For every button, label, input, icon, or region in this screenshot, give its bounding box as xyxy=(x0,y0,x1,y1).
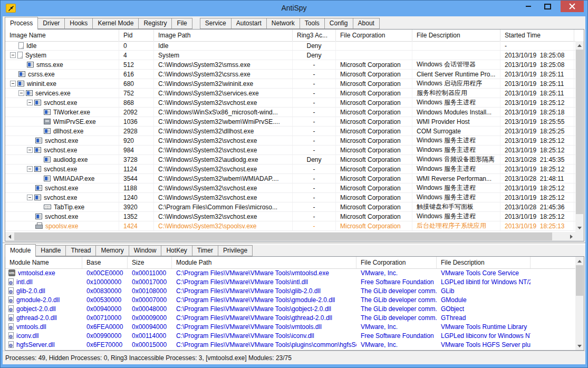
module-row[interactable]: intl.dll0x100000000x00017000C:\Program F… xyxy=(5,277,575,286)
module-row[interactable]: iconv.dll0x009900000x00114000C:\Program … xyxy=(5,331,575,340)
tab-driver[interactable]: Driver xyxy=(38,18,65,29)
scroll-right-arrow[interactable] xyxy=(567,232,575,241)
close-button[interactable] xyxy=(561,1,584,12)
tree-collapse-toggle[interactable] xyxy=(10,52,16,58)
cell-pid: 512 xyxy=(119,60,154,69)
scroll-up-arrow[interactable] xyxy=(575,41,584,50)
tree-collapse-toggle[interactable] xyxy=(27,195,33,200)
tab-module[interactable]: Module xyxy=(5,244,36,257)
scroll-down-arrow[interactable] xyxy=(575,342,584,350)
module-vertical-scrollbar[interactable] xyxy=(575,257,584,350)
column-header-module-path[interactable]: Module Path xyxy=(172,257,356,268)
tree-collapse-toggle[interactable] xyxy=(27,147,33,153)
column-header-base[interactable]: Base xyxy=(82,257,128,268)
process-row[interactable]: TiWorker.exe2092C:\Windows\WinSxS\x86_mi… xyxy=(5,108,575,117)
module-row[interactable]: gthread-2.0.dll0x007100000x00009000C:\Pr… xyxy=(5,313,575,322)
cell-image-name: audiodg.exe xyxy=(5,155,119,164)
process-row[interactable]: System4SystemDeny2013/10/19 18:25:08 xyxy=(5,51,575,60)
cell-pid: 1036 xyxy=(119,117,154,126)
tab-kernel-mode[interactable]: Kernel Mode xyxy=(93,18,139,29)
process-row[interactable]: svchost.exe984C:\Windows\System32\svchos… xyxy=(5,146,575,155)
column-header-image-path[interactable]: Image Path xyxy=(154,30,293,41)
cell-image-name: svchost.exe xyxy=(5,212,119,221)
process-row[interactable]: svchost.exe1240C:\Windows\System32\svcho… xyxy=(5,193,575,202)
process-row[interactable]: spoolsv.exe1424C:\Windows\System32\spool… xyxy=(5,221,575,231)
process-row[interactable]: wininit.exe680C:\Windows\System32\winini… xyxy=(5,79,575,89)
tab-hotkey[interactable]: HotKey xyxy=(161,245,192,256)
module-name: glib-2.0.dll xyxy=(16,287,45,295)
tree-collapse-toggle[interactable] xyxy=(27,100,33,105)
cell-corp: Microsoft Corporation xyxy=(336,60,412,69)
column-header-image-name[interactable]: Image Name xyxy=(5,30,119,41)
tab-timer[interactable]: Timer xyxy=(192,245,218,256)
column-header-pid[interactable]: Pid xyxy=(119,30,154,41)
column-header-started-time[interactable]: Started Time xyxy=(500,30,574,41)
column-header-size[interactable]: Size xyxy=(128,257,172,268)
process-row[interactable]: Idle0IdleDeny- xyxy=(5,41,575,51)
tab-about[interactable]: About xyxy=(353,18,380,29)
scroll-left-arrow[interactable] xyxy=(5,232,14,241)
tree-collapse-toggle[interactable] xyxy=(10,81,16,86)
cell-corp: Free Software Foundation xyxy=(356,278,437,286)
process-horizontal-scrollbar[interactable] xyxy=(5,232,575,241)
module-row[interactable]: gobject-2.0.dll0x009400000x00048000C:\Pr… xyxy=(5,304,575,313)
scroll-thumb[interactable] xyxy=(576,265,583,296)
column-header-file-corporation[interactable]: File Corporation xyxy=(336,30,412,41)
scroll-thumb[interactable] xyxy=(14,233,552,240)
tab-file[interactable]: File xyxy=(172,18,192,29)
tab-window[interactable]: Window xyxy=(129,245,162,256)
scroll-thumb[interactable] xyxy=(576,50,583,214)
cell-path: C:\Windows\System32\svchost.exe xyxy=(154,183,293,192)
minimize-button[interactable] xyxy=(521,1,536,12)
process-row[interactable]: WmiPrvSE.exe1036C:\Windows\System32\wbem… xyxy=(5,117,575,127)
process-row[interactable]: smss.exe512C:\Windows\System32\smss.exe-… xyxy=(5,60,575,70)
cell-desc: COM Surrogate xyxy=(412,127,500,135)
module-row[interactable]: hgfsServer.dll0x6FE700000x00015000C:\Pro… xyxy=(5,340,575,349)
process-row[interactable]: svchost.exe920C:\Windows\System32\svchos… xyxy=(5,136,575,146)
column-header-ring3-ac[interactable]: Ring3 Ac... xyxy=(293,30,336,41)
tab-registry[interactable]: Registry xyxy=(139,18,172,29)
process-row[interactable]: dllhost.exe2928C:\Windows\System32\dllho… xyxy=(5,127,575,136)
tab-privilege[interactable]: Privilege xyxy=(218,245,253,256)
tab-hooks[interactable]: Hooks xyxy=(65,18,93,29)
tab-process[interactable]: Process xyxy=(5,17,38,30)
column-header-file-corporation[interactable]: File Corporation xyxy=(356,257,437,268)
module-row[interactable]: glib-2.0.dll0x008300000x00108000C:\Progr… xyxy=(5,286,575,295)
process-vertical-scrollbar[interactable] xyxy=(575,41,584,232)
tab-service[interactable]: Service xyxy=(200,18,232,29)
process-row[interactable]: TabTip.exe3920C:\Program Files\Common Fi… xyxy=(5,202,575,212)
process-row[interactable]: csrss.exe616C:\Windows\System32\csrss.ex… xyxy=(5,70,575,79)
module-row[interactable]: gmodule-2.0.dll0x005300000x00007000C:\Pr… xyxy=(5,295,575,304)
maximize-button[interactable] xyxy=(540,1,555,12)
tab-handle[interactable]: Handle xyxy=(36,245,66,256)
process-row[interactable]: svchost.exe1124C:\Windows\System32\svcho… xyxy=(5,164,575,174)
tree-indent xyxy=(10,102,27,103)
cell-path: C:\Program Files\VMware\VMware Tools\vmt… xyxy=(172,323,356,331)
tree-collapse-toggle[interactable] xyxy=(18,90,24,96)
process-row[interactable]: WMIADAP.exe3544C:\Windows\System32\wbem\… xyxy=(5,174,575,183)
process-row[interactable]: svchost.exe1352C:\Windows\System32\svcho… xyxy=(5,212,575,221)
process-row[interactable]: audiodg.exe3728C:\Windows\System32\audio… xyxy=(5,155,575,164)
module-row[interactable]: vmtools.dll0x6FEA00000x00094000C:\Progra… xyxy=(5,322,575,331)
tab-memory[interactable]: Memory xyxy=(96,245,129,256)
scroll-down-arrow[interactable] xyxy=(575,224,584,232)
tab-autostart[interactable]: Autostart xyxy=(232,18,267,29)
tab-thread[interactable]: Thread xyxy=(66,245,96,256)
tab-tools[interactable]: Tools xyxy=(300,18,325,29)
process-row[interactable]: services.exe752C:\Windows\System32\servi… xyxy=(5,89,575,98)
column-header-file-description[interactable]: File Description xyxy=(437,257,531,268)
cell-corp: Microsoft Corporation xyxy=(336,183,412,192)
cell-base: 0x00940000 xyxy=(82,305,128,313)
process-row[interactable]: svchost.exe1188C:\Windows\System32\svcho… xyxy=(5,183,575,193)
module-row[interactable]: vmtoolsd.exe0x00CE00000x00011000C:\Progr… xyxy=(5,268,575,277)
tab-config[interactable]: Config xyxy=(325,18,353,29)
cell-time: 2013/10/19 18:25:12 xyxy=(500,183,574,192)
tree-collapse-toggle[interactable] xyxy=(27,166,33,172)
titlebar[interactable]: AntiSpy xyxy=(1,1,587,16)
cell-image-name: svchost.exe xyxy=(5,183,119,192)
tab-network[interactable]: Network xyxy=(267,18,300,29)
scroll-up-arrow[interactable] xyxy=(575,257,584,265)
column-header-file-description[interactable]: File Description xyxy=(412,30,500,41)
process-row[interactable]: svchost.exe868C:\Windows\System32\svchos… xyxy=(5,98,575,108)
column-header-module-name[interactable]: Module Name xyxy=(5,257,82,268)
